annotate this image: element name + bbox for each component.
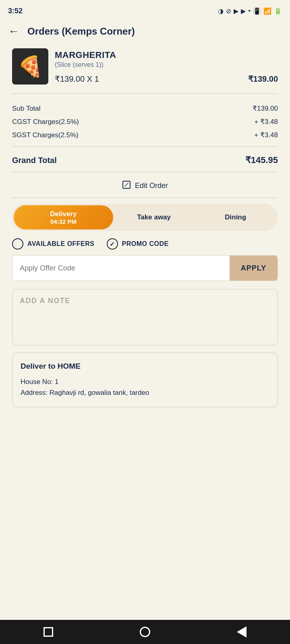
status-icons: ◑ ⊘ ▶ ▶ • 📳 📶 🔋 bbox=[218, 7, 282, 15]
youtube-icon: ▶ bbox=[234, 7, 238, 15]
media-icon: ◑ bbox=[218, 7, 224, 15]
takeaway-label: Take away bbox=[137, 213, 171, 221]
item-name: MARGHERITA bbox=[55, 50, 278, 60]
wifi-icon: 📶 bbox=[263, 7, 271, 15]
pizza-icon: 🍕 bbox=[18, 55, 43, 78]
divider-1 bbox=[12, 93, 278, 94]
promo-code-label: PROMO CODE bbox=[122, 240, 169, 248]
do-not-disturb-icon: ⊘ bbox=[226, 7, 231, 15]
totals-section: Sub Total ₹139.00 CGST Charges(2.5%) + ₹… bbox=[12, 96, 278, 144]
apply-button[interactable]: APPLY bbox=[230, 256, 278, 281]
available-offers-radio[interactable] bbox=[12, 238, 23, 250]
page-header: ← Orders (Kemps Corner) bbox=[0, 20, 290, 44]
delivery-option[interactable]: Delivery 04:32 PM bbox=[14, 205, 113, 229]
available-offers-option[interactable]: AVAILABLE OFFERS bbox=[12, 238, 95, 250]
delivery-time: 04:32 PM bbox=[50, 218, 77, 225]
available-offers-label: AVAILABLE OFFERS bbox=[27, 240, 95, 248]
circle-icon bbox=[140, 627, 150, 637]
status-bar: 3:52 ◑ ⊘ ▶ ▶ • 📳 📶 🔋 bbox=[0, 0, 290, 20]
square-icon bbox=[44, 627, 53, 637]
back-nav-button[interactable] bbox=[234, 625, 249, 639]
item-variant: (Slice (serves 1)) bbox=[55, 61, 278, 68]
note-placeholder: ADD A NOTE bbox=[20, 297, 70, 305]
promo-code-input[interactable] bbox=[12, 256, 230, 281]
dining-label: Dining bbox=[225, 213, 246, 221]
deliver-to-label: Deliver to HOME bbox=[21, 362, 269, 371]
delivery-section: Deliver to HOME House No: 1 Address: Rag… bbox=[12, 353, 278, 407]
item-image: 🍕 bbox=[12, 48, 48, 85]
grand-total-row: Grand Total ₹145.95 bbox=[12, 149, 278, 169]
order-type-section: Delivery 04:32 PM Take away Dining bbox=[12, 204, 278, 231]
dot-icon: • bbox=[248, 7, 251, 14]
item-pricing: ₹139.00 X 1 ₹139.00 bbox=[55, 74, 278, 84]
battery-icon: 🔋 bbox=[274, 7, 282, 15]
house-no: House No: 1 bbox=[21, 376, 269, 387]
order-item-row: 🍕 MARGHERITA (Slice (serves 1)) ₹139.00 … bbox=[12, 44, 278, 91]
triangle-icon bbox=[237, 626, 246, 638]
subtotal-label: Sub Total bbox=[12, 105, 41, 113]
edit-order-row[interactable]: Edit Order bbox=[12, 175, 278, 195]
sgst-label: SGST Charges(2.5%) bbox=[12, 131, 79, 139]
delivery-label: Delivery bbox=[50, 210, 77, 218]
subtotal-value: ₹139.00 bbox=[253, 104, 278, 113]
back-button[interactable]: ← bbox=[8, 25, 19, 38]
page-title: Orders (Kemps Corner) bbox=[27, 26, 135, 37]
note-section[interactable]: ADD A NOTE bbox=[12, 289, 278, 345]
divider-3 bbox=[12, 172, 278, 172]
cgst-value: + ₹3.48 bbox=[254, 118, 278, 126]
sgst-value: + ₹3.48 bbox=[254, 131, 278, 139]
grand-total-label: Grand Total bbox=[12, 156, 57, 165]
grand-total-value: ₹145.95 bbox=[245, 155, 278, 165]
item-unit-price: ₹139.00 X 1 bbox=[55, 74, 99, 84]
item-total-price: ₹139.00 bbox=[248, 74, 278, 84]
divider-2 bbox=[12, 147, 278, 147]
cgst-row: CGST Charges(2.5%) + ₹3.48 bbox=[12, 115, 278, 128]
edit-order-text: Edit Order bbox=[135, 182, 168, 190]
edit-icon bbox=[122, 180, 131, 191]
dining-option[interactable]: Dining bbox=[195, 205, 276, 229]
recents-button[interactable] bbox=[138, 625, 152, 639]
vibrate-icon: 📳 bbox=[253, 7, 261, 15]
address: Address: Raghavji rd, gowalia tank, tard… bbox=[21, 387, 269, 398]
order-type-selector: Delivery 04:32 PM Take away Dining bbox=[12, 204, 278, 231]
page-content: 🍕 MARGHERITA (Slice (serves 1)) ₹139.00 … bbox=[0, 44, 290, 620]
promo-code-option[interactable]: PROMO CODE bbox=[107, 238, 169, 250]
promo-code-radio[interactable] bbox=[107, 238, 118, 250]
home-button[interactable] bbox=[41, 625, 56, 639]
bottom-nav bbox=[0, 620, 290, 644]
status-time: 3:52 bbox=[8, 7, 23, 15]
cgst-label: CGST Charges(2.5%) bbox=[12, 118, 79, 126]
item-details: MARGHERITA (Slice (serves 1)) ₹139.00 X … bbox=[55, 48, 278, 84]
promo-input-row: APPLY bbox=[12, 255, 278, 281]
takeaway-option[interactable]: Take away bbox=[113, 205, 195, 229]
sgst-row: SGST Charges(2.5%) + ₹3.48 bbox=[12, 128, 278, 142]
divider-4 bbox=[12, 198, 278, 198]
subtotal-row: Sub Total ₹139.00 bbox=[12, 102, 278, 115]
play-icon: ▶ bbox=[241, 7, 246, 15]
offers-section: AVAILABLE OFFERS PROMO CODE bbox=[12, 238, 278, 250]
